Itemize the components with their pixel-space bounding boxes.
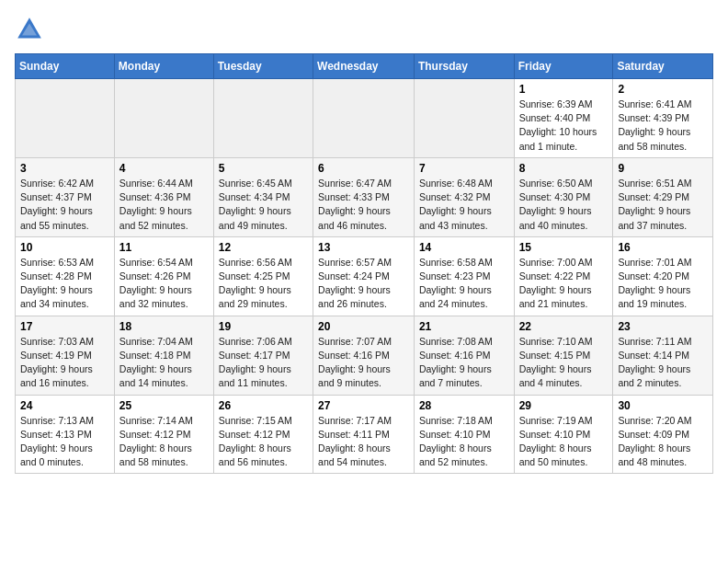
day-number: 1 (519, 83, 609, 96)
day-number: 25 (119, 399, 209, 412)
day-info: Sunrise: 7:08 AM Sunset: 4:16 PM Dayligh… (419, 335, 509, 391)
day-info: Sunrise: 6:56 AM Sunset: 4:25 PM Dayligh… (219, 256, 308, 312)
day-number: 29 (519, 399, 609, 412)
day-number: 6 (318, 162, 409, 175)
calendar-cell: 4Sunrise: 6:44 AM Sunset: 4:36 PM Daylig… (114, 157, 213, 236)
calendar-cell: 1Sunrise: 6:39 AM Sunset: 4:40 PM Daylig… (514, 79, 613, 158)
weekday-header-tuesday: Tuesday (213, 54, 313, 79)
day-number: 7 (419, 162, 509, 175)
day-number: 30 (618, 399, 708, 412)
day-info: Sunrise: 7:00 AM Sunset: 4:22 PM Dayligh… (519, 256, 609, 312)
day-info: Sunrise: 6:41 AM Sunset: 4:39 PM Dayligh… (618, 98, 708, 154)
day-info: Sunrise: 7:17 AM Sunset: 4:11 PM Dayligh… (318, 414, 409, 470)
calendar-cell: 2Sunrise: 6:41 AM Sunset: 4:39 PM Daylig… (613, 79, 713, 158)
calendar-cell: 7Sunrise: 6:48 AM Sunset: 4:32 PM Daylig… (414, 157, 514, 236)
day-info: Sunrise: 6:42 AM Sunset: 4:37 PM Dayligh… (20, 177, 109, 233)
day-info: Sunrise: 7:03 AM Sunset: 4:19 PM Dayligh… (20, 335, 109, 391)
calendar-week-row: 10Sunrise: 6:53 AM Sunset: 4:28 PM Dayli… (16, 236, 713, 316)
day-info: Sunrise: 6:45 AM Sunset: 4:34 PM Dayligh… (219, 177, 308, 233)
calendar-cell: 19Sunrise: 7:06 AM Sunset: 4:17 PM Dayli… (213, 316, 313, 395)
weekday-header-thursday: Thursday (414, 54, 514, 79)
day-info: Sunrise: 6:57 AM Sunset: 4:24 PM Dayligh… (318, 256, 409, 312)
weekday-header-monday: Monday (114, 54, 213, 79)
day-info: Sunrise: 6:51 AM Sunset: 4:29 PM Dayligh… (618, 177, 708, 233)
calendar-cell (414, 79, 514, 158)
day-number: 26 (219, 399, 308, 412)
day-info: Sunrise: 7:06 AM Sunset: 4:17 PM Dayligh… (219, 335, 308, 391)
day-number: 21 (419, 320, 509, 333)
weekday-header-friday: Friday (514, 54, 613, 79)
weekday-header-saturday: Saturday (613, 54, 713, 79)
day-number: 12 (219, 241, 308, 254)
day-number: 2 (618, 83, 708, 96)
day-info: Sunrise: 7:20 AM Sunset: 4:09 PM Dayligh… (618, 414, 708, 470)
calendar-cell: 28Sunrise: 7:18 AM Sunset: 4:10 PM Dayli… (414, 395, 514, 474)
day-number: 9 (618, 162, 708, 175)
calendar-cell (16, 79, 115, 158)
day-info: Sunrise: 7:13 AM Sunset: 4:13 PM Dayligh… (20, 414, 109, 470)
day-number: 22 (519, 320, 609, 333)
calendar-week-row: 17Sunrise: 7:03 AM Sunset: 4:19 PM Dayli… (16, 316, 713, 395)
day-number: 10 (20, 241, 109, 254)
weekday-header-wednesday: Wednesday (313, 54, 415, 79)
day-number: 13 (318, 241, 409, 254)
day-number: 16 (618, 241, 708, 254)
calendar-cell: 24Sunrise: 7:13 AM Sunset: 4:13 PM Dayli… (16, 395, 115, 474)
calendar-cell (114, 79, 213, 158)
day-number: 27 (318, 399, 409, 412)
calendar-cell: 15Sunrise: 7:00 AM Sunset: 4:22 PM Dayli… (514, 236, 613, 316)
day-number: 11 (119, 241, 209, 254)
calendar-cell: 26Sunrise: 7:15 AM Sunset: 4:12 PM Dayli… (213, 395, 313, 474)
calendar-table: SundayMondayTuesdayWednesdayThursdayFrid… (15, 53, 713, 474)
calendar-cell: 22Sunrise: 7:10 AM Sunset: 4:15 PM Dayli… (514, 316, 613, 395)
day-number: 19 (219, 320, 308, 333)
calendar-cell (213, 79, 313, 158)
calendar-cell: 17Sunrise: 7:03 AM Sunset: 4:19 PM Dayli… (16, 316, 115, 395)
day-info: Sunrise: 7:04 AM Sunset: 4:18 PM Dayligh… (119, 335, 209, 391)
day-info: Sunrise: 7:18 AM Sunset: 4:10 PM Dayligh… (419, 414, 509, 470)
calendar-cell: 3Sunrise: 6:42 AM Sunset: 4:37 PM Daylig… (16, 157, 115, 236)
day-info: Sunrise: 7:10 AM Sunset: 4:15 PM Dayligh… (519, 335, 609, 391)
calendar-cell: 25Sunrise: 7:14 AM Sunset: 4:12 PM Dayli… (114, 395, 213, 474)
day-number: 17 (20, 320, 109, 333)
day-info: Sunrise: 6:58 AM Sunset: 4:23 PM Dayligh… (419, 256, 509, 312)
calendar-cell: 14Sunrise: 6:58 AM Sunset: 4:23 PM Dayli… (414, 236, 514, 316)
calendar-week-row: 3Sunrise: 6:42 AM Sunset: 4:37 PM Daylig… (16, 157, 713, 236)
logo (15, 15, 48, 44)
day-number: 24 (20, 399, 109, 412)
calendar-cell: 11Sunrise: 6:54 AM Sunset: 4:26 PM Dayli… (114, 236, 213, 316)
page-header (15, 15, 713, 44)
day-info: Sunrise: 6:54 AM Sunset: 4:26 PM Dayligh… (119, 256, 209, 312)
day-number: 28 (419, 399, 509, 412)
weekday-header-sunday: Sunday (16, 54, 115, 79)
day-number: 23 (618, 320, 708, 333)
day-number: 14 (419, 241, 509, 254)
day-info: Sunrise: 7:14 AM Sunset: 4:12 PM Dayligh… (119, 414, 209, 470)
calendar-cell: 13Sunrise: 6:57 AM Sunset: 4:24 PM Dayli… (313, 236, 415, 316)
calendar-cell (313, 79, 415, 158)
day-number: 3 (20, 162, 109, 175)
calendar-cell: 9Sunrise: 6:51 AM Sunset: 4:29 PM Daylig… (613, 157, 713, 236)
calendar-cell: 23Sunrise: 7:11 AM Sunset: 4:14 PM Dayli… (613, 316, 713, 395)
calendar-cell: 18Sunrise: 7:04 AM Sunset: 4:18 PM Dayli… (114, 316, 213, 395)
day-info: Sunrise: 6:39 AM Sunset: 4:40 PM Dayligh… (519, 98, 609, 154)
calendar-cell: 16Sunrise: 7:01 AM Sunset: 4:20 PM Dayli… (613, 236, 713, 316)
calendar-cell: 27Sunrise: 7:17 AM Sunset: 4:11 PM Dayli… (313, 395, 415, 474)
day-info: Sunrise: 6:48 AM Sunset: 4:32 PM Dayligh… (419, 177, 509, 233)
day-number: 20 (318, 320, 409, 333)
day-number: 5 (219, 162, 308, 175)
day-info: Sunrise: 7:11 AM Sunset: 4:14 PM Dayligh… (618, 335, 708, 391)
day-number: 4 (119, 162, 209, 175)
day-info: Sunrise: 7:15 AM Sunset: 4:12 PM Dayligh… (219, 414, 308, 470)
logo-icon (15, 15, 44, 44)
calendar-cell: 8Sunrise: 6:50 AM Sunset: 4:30 PM Daylig… (514, 157, 613, 236)
day-number: 8 (519, 162, 609, 175)
day-info: Sunrise: 6:47 AM Sunset: 4:33 PM Dayligh… (318, 177, 409, 233)
day-number: 15 (519, 241, 609, 254)
calendar-cell: 5Sunrise: 6:45 AM Sunset: 4:34 PM Daylig… (213, 157, 313, 236)
day-info: Sunrise: 6:44 AM Sunset: 4:36 PM Dayligh… (119, 177, 209, 233)
calendar-header-row: SundayMondayTuesdayWednesdayThursdayFrid… (16, 54, 713, 79)
calendar-week-row: 1Sunrise: 6:39 AM Sunset: 4:40 PM Daylig… (16, 79, 713, 158)
calendar-cell: 12Sunrise: 6:56 AM Sunset: 4:25 PM Dayli… (213, 236, 313, 316)
day-info: Sunrise: 6:53 AM Sunset: 4:28 PM Dayligh… (20, 256, 109, 312)
